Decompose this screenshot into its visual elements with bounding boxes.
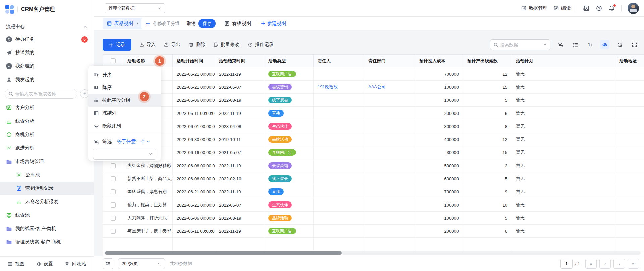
toolbar-batch-button[interactable]: 批量修改 [213,42,239,48]
table-row[interactable]: 2022-06-11 00:00:002022-11-19直播2000006暂无 [103,107,644,120]
table-row[interactable]: 国庆盛典，厚惠有期2022-06-21 00:00:002022-11-19直播… [103,185,644,198]
sidebar-item-线索分析[interactable]: 线索分析 [0,115,94,128]
context-menu-item[interactable]: 按此字段分组 [88,94,161,107]
form-search-input[interactable] [5,89,77,99]
sidebar-item-send[interactable]: 抄送我的 [0,46,94,59]
new-view-button[interactable]: 新建视图 [261,20,286,27]
sort-button[interactable]: 1↓ [585,40,595,49]
table-row[interactable]: 与国庆甲子，携手奏华章2022-06-11 00:00:002022-11-19… [103,225,644,238]
sidebar-item-客户分析[interactable]: 客户分析 [0,101,94,115]
add-record-button[interactable]: 记录 [103,39,131,51]
sidebar-item-线索池[interactable]: 线索池 [0,209,94,222]
filter-button[interactable] [556,40,565,49]
table-search-input[interactable] [490,39,550,50]
visibility-button[interactable] [600,40,609,49]
row-checkbox[interactable] [111,176,116,181]
sidebar-section-process[interactable]: 流程中心 [0,20,94,33]
filter-operator-select[interactable]: 等于任意一个 [117,139,150,145]
fullscreen-button[interactable] [630,40,639,49]
last-page-button[interactable]: » [628,259,639,269]
row-height-button[interactable] [103,258,113,269]
column-header-end[interactable]: 活动结束时间 [215,55,264,67]
tab-kanban-view[interactable]: 看板视图 [224,20,251,27]
column-header-dept[interactable]: 责任部门 [364,55,415,67]
page-size-select[interactable]: 20 条/页 [118,258,165,269]
sidebar-item-user[interactable]: 我发起的 [0,73,94,86]
sidebar-item-我的线索-客户-商机[interactable]: 我的线索-客户-商机 [0,222,94,235]
sidebar-footer-rows[interactable]: 视图 [7,261,24,267]
select-all-checkbox[interactable] [111,58,116,63]
table-row[interactable]: 新货不断上架，商品天天2022-06-06 00:00:002022-02-10… [103,172,644,185]
data-scope-select[interactable]: 管理全部数据 [105,3,165,13]
prev-page-button[interactable]: ‹ [599,259,611,269]
add-form-button[interactable] [80,89,89,98]
next-page-button[interactable]: › [613,259,625,269]
tab-table-view[interactable]: 表格视图 [103,20,135,27]
more-options-icon[interactable] [135,21,140,26]
cancel-button[interactable]: 取消 [187,20,196,27]
table-row[interactable]: 2022-06-21 00:00:002022-05-07会议营销191改改改A… [103,81,644,94]
table-row[interactable]: 聚力，钜惠，巨划算2022-06-21 00:00:002022-05-07生态… [103,198,644,212]
form-search-field[interactable] [15,91,74,96]
table-row[interactable]: 2022-06-30 00:00:002019-10-11品牌活动4000001… [103,133,644,146]
sidebar-item-市场营销管理[interactable]: 市场营销管理 [0,155,94,168]
context-menu-item[interactable]: 冻结列 [88,107,161,120]
field-config-button[interactable] [571,40,580,49]
table-row[interactable]: 2022-06-16 00:00:002021-05-07互联网广告300001… [103,146,644,159]
column-header-type[interactable]: 活动类型 [264,55,314,67]
scrollbar-thumb[interactable] [105,251,342,255]
context-menu-item[interactable]: 降序 [88,81,161,94]
sidebar-footer-gear[interactable]: 设置 [36,261,53,267]
user-avatar[interactable] [628,3,639,14]
cell-start: 2022-06-11 00:00:00 [173,225,215,238]
record-link[interactable]: 191改改改 [318,84,338,90]
row-checkbox[interactable] [111,163,116,168]
sidebar-footer-trash[interactable]: 回收站 [64,261,86,267]
table-row[interactable]: 大刀阔斧，打折到底2022-06-06 00:00:002022-08-19品牌… [103,212,644,225]
column-header-start[interactable]: 活动开始时间 [173,55,215,67]
context-menu-item[interactable]: 升序 [88,69,161,81]
toolbar-upload-button[interactable]: 导出 [164,42,180,48]
column-header-leads[interactable]: 预计产出线索数 [463,55,512,67]
record-link[interactable]: AAA公司 [368,84,386,90]
sidebar-item-跟进分析[interactable]: 跟进分析 [0,141,94,155]
contact-book-icon[interactable] [583,5,590,12]
sidebar-item-商机分析[interactable]: 商机分析 [0,128,94,141]
sidebar-item-check-circle[interactable]: 我处理的 [0,59,94,73]
bell-icon[interactable] [608,5,615,12]
sidebar-item-bell[interactable]: 待办任务 6 [0,33,94,46]
table-row[interactable]: 2022-06-21 00:00:002022-11-19互联网广告700000… [103,67,644,81]
row-checkbox[interactable] [111,189,116,194]
row-checkbox[interactable] [111,202,116,208]
refresh-button[interactable] [615,40,624,49]
column-header-addr[interactable]: 活动地址 [615,55,644,67]
table-search-field[interactable] [500,42,541,47]
toolbar-download-button[interactable]: 导入 [139,42,156,48]
context-menu-item[interactable]: 隐藏此列 [88,120,161,132]
filter-value-select[interactable] [93,149,156,160]
sidebar-item-营销活动记录[interactable]: 营销活动记录 [0,182,94,195]
toolbar-history-button[interactable]: 操作记录 [248,42,274,48]
sidebar-item-公海池[interactable]: 公海池 [0,168,94,182]
column-header-plan[interactable]: 活动计划 [512,55,615,67]
table-row[interactable]: 火红金秋，购物好精彩2022-06-06 00:00:002022-11-19会… [103,159,644,172]
sidebar-item-未命名分析报表[interactable]: 未命名分析报表 [0,195,94,209]
row-checkbox[interactable] [111,229,116,234]
row-select-cell [103,225,123,238]
sidebar-item-管理员线索-客户-商机[interactable]: 管理员线索-客户-商机 [0,235,94,249]
column-header-cost[interactable]: 预计投入成本 [415,55,463,67]
page-number-input[interactable] [560,259,573,269]
data-manage-button[interactable]: 数据管理 [521,5,547,11]
freeze-icon [94,110,99,116]
column-header-owner[interactable]: 责任人 [314,55,364,67]
first-page-button[interactable]: « [585,259,597,269]
table-row[interactable]: 2022-06-01 00:00:002023-04-08生态伙伴3000008… [103,120,644,133]
row-checkbox[interactable] [111,216,116,221]
horizontal-scrollbar[interactable] [104,251,641,255]
table-row[interactable] [103,238,644,251]
table-row[interactable]: 2022-06-06 00:00:002022-08-19线下展会1000005… [103,94,644,107]
toolbar-trash-button[interactable]: 删除 [189,42,205,48]
edit-button[interactable]: 编辑 [553,5,571,11]
help-icon[interactable] [596,5,602,12]
save-button[interactable]: 保存 [198,19,216,28]
